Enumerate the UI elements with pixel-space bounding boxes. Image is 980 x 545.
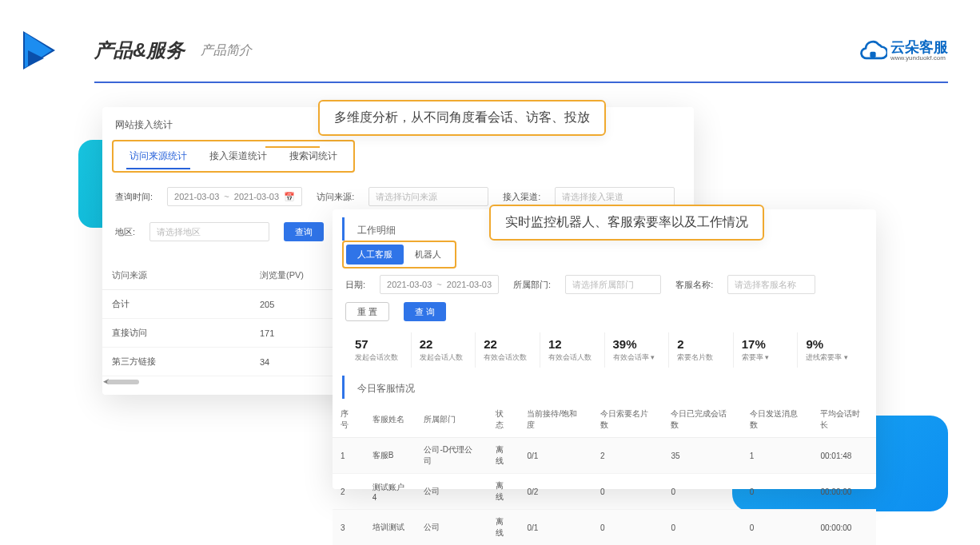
reset-button[interactable]: 重 置 (345, 302, 389, 321)
label-dept: 所属部门: (513, 279, 551, 291)
connector-line (265, 146, 320, 148)
page-title: 产品&服务 (94, 38, 185, 63)
tab-human-agent[interactable]: 人工客服 (346, 245, 404, 265)
triangle-logo-icon (16, 22, 64, 78)
col-header: 客服姓名 (365, 402, 416, 438)
col-header: 当前接待/饱和度 (519, 402, 592, 438)
label-date: 日期: (345, 279, 365, 291)
table-row: 3培训测试公司离线0/100000:00:00 (333, 510, 876, 546)
tab-channel[interactable]: 接入渠道统计 (198, 145, 278, 168)
page-subtitle: 产品简介 (201, 42, 252, 59)
table-row: 2测试账户4公司离线0/200000:00:00 (333, 474, 876, 510)
tab-robot[interactable]: 机器人 (404, 245, 452, 265)
panel2-tabs: 人工客服 机器人 (342, 241, 456, 269)
metric-card: 22发起会话人数 (412, 332, 476, 368)
query-button[interactable]: 查询 (284, 222, 324, 241)
query-button-2[interactable]: 查 询 (404, 302, 446, 321)
col-header: 状态 (488, 402, 520, 438)
callout-analysis: 多维度分析，从不同角度看会话、访客、投放 (318, 100, 606, 136)
panel2-filters: 日期: 2021-03-03~2021-03-03 所属部门: 请选择所属部门 … (333, 275, 876, 328)
section-today-agents: 今日客服情况 (342, 376, 876, 399)
panel1-tabs: 访问来源统计 接入渠道统计 搜索词统计 (112, 140, 355, 173)
source-input[interactable]: 请选择访问来源 (368, 187, 488, 206)
label-agent-name: 客服名称: (675, 279, 713, 291)
brand-name: 云朵客服 (890, 40, 948, 54)
metric-card: 22有效会话次数 (476, 332, 540, 368)
label-source: 访问来源: (317, 191, 354, 203)
agent-name-input[interactable]: 请选择客服名称 (727, 275, 815, 294)
metric-card: 9%进线索要率 ▾ (798, 332, 862, 368)
col-header: 序号 (333, 402, 365, 438)
dept-input[interactable]: 请选择所属部门 (565, 275, 661, 294)
tab-search-term[interactable]: 搜索词统计 (278, 145, 349, 168)
metric-card: 2索要名片数 (669, 332, 734, 368)
panel-work-detail: 工作明细 人工客服 机器人 日期: 2021-03-03~2021-03-03 … (333, 209, 876, 489)
brand-logo: 云朵客服 www.yunduokf.com (858, 36, 948, 65)
col-header: 今日已完成会话数 (663, 402, 741, 438)
label-channel: 接入渠道: (503, 191, 540, 203)
col-header: 所属部门 (416, 402, 487, 438)
connector-line (458, 221, 490, 264)
channel-input[interactable]: 请选择接入渠道 (555, 187, 675, 206)
page-header: 产品&服务 产品简介 云朵客服 www.yunduokf.com (0, 0, 980, 78)
metrics-row: 57发起会话次数22发起会话人数22有效会话次数12有效会话人数39%有效会话率… (333, 328, 876, 376)
col-header: 今日索要名片数 (592, 402, 663, 438)
table-row: 1客服B公司-D代理公司离线0/1235100:01:48 (333, 438, 876, 474)
metric-card: 39%有效会话率 ▾ (605, 332, 670, 368)
agent-table: 序号客服姓名所属部门状态当前接待/饱和度今日索要名片数今日已完成会话数今日发送消… (333, 402, 876, 545)
region-input[interactable]: 请选择地区 (149, 222, 269, 241)
callout-monitor: 实时监控机器人、客服索要率以及工作情况 (489, 205, 764, 241)
brand-url: www.yunduokf.com (890, 54, 948, 62)
label-time: 查询时间: (115, 191, 153, 203)
date-range-input-2[interactable]: 2021-03-03~2021-03-03 (380, 275, 499, 294)
metric-card: 57发起会话次数 (347, 332, 412, 368)
date-range-input[interactable]: 2021-03-03~2021-03-03 📅 (167, 187, 302, 206)
metric-card: 17%索要率 ▾ (734, 332, 799, 368)
col-header: 平均会话时长 (812, 402, 876, 438)
tab-visit-source[interactable]: 访问来源统计 (118, 145, 198, 168)
metric-card: 12有效会话人数 (540, 332, 605, 368)
label-region: 地区: (115, 226, 135, 238)
header-divider (94, 82, 948, 83)
col-header: 今日发送消息数 (742, 402, 813, 438)
svg-rect-3 (870, 52, 875, 58)
col-source: 访问来源 (102, 261, 250, 290)
